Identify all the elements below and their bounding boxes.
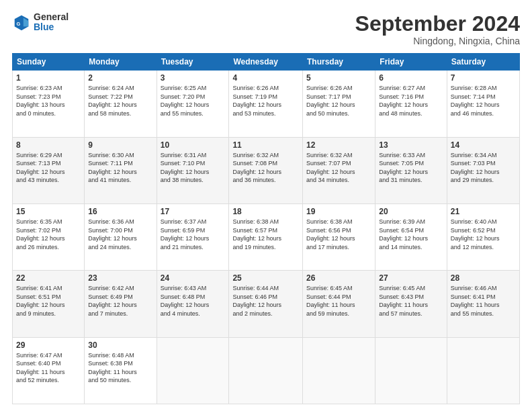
day-number: 21 (451, 207, 516, 216)
calendar-cell: 14Sunrise: 6:34 AM Sunset: 7:03 PM Dayli… (447, 137, 519, 203)
day-number: 13 (379, 140, 443, 150)
day-number: 8 (16, 140, 81, 150)
day-info: Sunrise: 6:40 AM Sunset: 6:52 PM Dayligh… (451, 218, 516, 251)
calendar-cell: 15Sunrise: 6:35 AM Sunset: 7:02 PM Dayli… (13, 203, 85, 270)
calendar-cell: 28Sunrise: 6:46 AM Sunset: 6:41 PM Dayli… (447, 271, 519, 337)
calendar-cell: 11Sunrise: 6:32 AM Sunset: 7:08 PM Dayli… (229, 137, 303, 203)
col-sunday: Sunday (13, 54, 85, 71)
location: Ningdong, Ningxia, China (355, 36, 520, 46)
col-wednesday: Wednesday (229, 54, 303, 71)
calendar-cell (229, 337, 303, 404)
day-info: Sunrise: 6:27 AM Sunset: 7:16 PM Dayligh… (379, 84, 443, 118)
week-row-1: 1Sunrise: 6:23 AM Sunset: 7:23 PM Daylig… (13, 71, 520, 137)
day-info: Sunrise: 6:31 AM Sunset: 7:10 PM Dayligh… (161, 151, 226, 185)
day-info: Sunrise: 6:28 AM Sunset: 7:14 PM Dayligh… (451, 84, 516, 118)
calendar-cell: 22Sunrise: 6:41 AM Sunset: 6:51 PM Dayli… (13, 271, 85, 337)
calendar-cell (375, 337, 447, 404)
calendar: Sunday Monday Tuesday Wednesday Thursday… (12, 53, 520, 404)
day-info: Sunrise: 6:35 AM Sunset: 7:02 PM Dayligh… (16, 218, 81, 251)
day-number: 10 (161, 140, 226, 150)
calendar-cell: 4Sunrise: 6:26 AM Sunset: 7:19 PM Daylig… (229, 71, 303, 137)
calendar-cell: 5Sunrise: 6:26 AM Sunset: 7:17 PM Daylig… (303, 71, 375, 137)
header-row: Sunday Monday Tuesday Wednesday Thursday… (13, 54, 520, 71)
day-info: Sunrise: 6:26 AM Sunset: 7:19 PM Dayligh… (232, 84, 299, 118)
day-info: Sunrise: 6:29 AM Sunset: 7:13 PM Dayligh… (16, 151, 81, 185)
calendar-cell: 18Sunrise: 6:38 AM Sunset: 6:57 PM Dayli… (229, 203, 303, 270)
week-row-2: 8Sunrise: 6:29 AM Sunset: 7:13 PM Daylig… (13, 137, 520, 203)
calendar-cell: 16Sunrise: 6:36 AM Sunset: 7:00 PM Dayli… (85, 203, 157, 270)
day-number: 6 (379, 73, 443, 83)
day-info: Sunrise: 6:34 AM Sunset: 7:03 PM Dayligh… (451, 151, 516, 185)
calendar-cell: 10Sunrise: 6:31 AM Sunset: 7:10 PM Dayli… (157, 137, 229, 203)
month-title: September 2024 (355, 12, 520, 36)
day-info: Sunrise: 6:43 AM Sunset: 6:48 PM Dayligh… (161, 284, 226, 318)
day-info: Sunrise: 6:47 AM Sunset: 6:40 PM Dayligh… (16, 351, 81, 385)
week-row-4: 22Sunrise: 6:41 AM Sunset: 6:51 PM Dayli… (13, 271, 520, 337)
calendar-cell: 19Sunrise: 6:38 AM Sunset: 6:56 PM Dayli… (303, 203, 375, 270)
calendar-cell: 26Sunrise: 6:45 AM Sunset: 6:44 PM Dayli… (303, 271, 375, 337)
day-info: Sunrise: 6:41 AM Sunset: 6:51 PM Dayligh… (16, 284, 81, 318)
week-row-3: 15Sunrise: 6:35 AM Sunset: 7:02 PM Dayli… (13, 203, 520, 270)
day-info: Sunrise: 6:32 AM Sunset: 7:07 PM Dayligh… (306, 151, 371, 185)
day-number: 14 (451, 140, 516, 150)
calendar-cell: 7Sunrise: 6:28 AM Sunset: 7:14 PM Daylig… (447, 71, 519, 137)
calendar-cell: 24Sunrise: 6:43 AM Sunset: 6:48 PM Dayli… (157, 271, 229, 337)
calendar-cell: 9Sunrise: 6:30 AM Sunset: 7:11 PM Daylig… (85, 137, 157, 203)
page-header: G General Blue September 2024 Ningdong, … (12, 12, 520, 46)
day-number: 20 (379, 207, 443, 216)
day-number: 30 (88, 340, 152, 350)
day-info: Sunrise: 6:45 AM Sunset: 6:43 PM Dayligh… (379, 284, 443, 318)
calendar-cell: 2Sunrise: 6:24 AM Sunset: 7:22 PM Daylig… (85, 71, 157, 137)
col-tuesday: Tuesday (157, 54, 229, 71)
calendar-cell: 12Sunrise: 6:32 AM Sunset: 7:07 PM Dayli… (303, 137, 375, 203)
calendar-cell: 20Sunrise: 6:39 AM Sunset: 6:54 PM Dayli… (375, 203, 447, 270)
day-number: 22 (16, 273, 81, 283)
day-number: 3 (161, 73, 226, 83)
day-number: 9 (88, 140, 152, 150)
day-number: 25 (232, 273, 299, 283)
day-info: Sunrise: 6:25 AM Sunset: 7:20 PM Dayligh… (161, 84, 226, 118)
day-info: Sunrise: 6:45 AM Sunset: 6:44 PM Dayligh… (306, 284, 371, 318)
week-row-5: 29Sunrise: 6:47 AM Sunset: 6:40 PM Dayli… (13, 337, 520, 404)
calendar-cell: 25Sunrise: 6:44 AM Sunset: 6:46 PM Dayli… (229, 271, 303, 337)
col-thursday: Thursday (303, 54, 375, 71)
day-number: 18 (232, 207, 299, 216)
calendar-cell (303, 337, 375, 404)
calendar-cell: 17Sunrise: 6:37 AM Sunset: 6:59 PM Dayli… (157, 203, 229, 270)
day-info: Sunrise: 6:39 AM Sunset: 6:54 PM Dayligh… (379, 218, 443, 251)
day-info: Sunrise: 6:32 AM Sunset: 7:08 PM Dayligh… (232, 151, 299, 185)
calendar-cell: 6Sunrise: 6:27 AM Sunset: 7:16 PM Daylig… (375, 71, 447, 137)
day-info: Sunrise: 6:42 AM Sunset: 6:49 PM Dayligh… (88, 284, 152, 318)
day-number: 27 (379, 273, 443, 283)
calendar-cell: 3Sunrise: 6:25 AM Sunset: 7:20 PM Daylig… (157, 71, 229, 137)
col-monday: Monday (85, 54, 157, 71)
calendar-cell: 21Sunrise: 6:40 AM Sunset: 6:52 PM Dayli… (447, 203, 519, 270)
day-number: 4 (232, 73, 299, 83)
day-number: 26 (306, 273, 371, 283)
day-number: 7 (451, 73, 516, 83)
day-info: Sunrise: 6:24 AM Sunset: 7:22 PM Dayligh… (88, 84, 152, 118)
col-saturday: Saturday (447, 54, 519, 71)
day-info: Sunrise: 6:44 AM Sunset: 6:46 PM Dayligh… (232, 284, 299, 318)
day-info: Sunrise: 6:38 AM Sunset: 6:56 PM Dayligh… (306, 218, 371, 251)
day-number: 15 (16, 207, 81, 216)
day-number: 2 (88, 73, 152, 83)
day-number: 11 (232, 140, 299, 150)
day-number: 17 (161, 207, 226, 216)
day-info: Sunrise: 6:37 AM Sunset: 6:59 PM Dayligh… (161, 218, 226, 251)
calendar-cell: 8Sunrise: 6:29 AM Sunset: 7:13 PM Daylig… (13, 137, 85, 203)
day-number: 23 (88, 273, 152, 283)
day-number: 12 (306, 140, 371, 150)
calendar-cell: 27Sunrise: 6:45 AM Sunset: 6:43 PM Dayli… (375, 271, 447, 337)
day-info: Sunrise: 6:38 AM Sunset: 6:57 PM Dayligh… (232, 218, 299, 251)
svg-text:G: G (17, 21, 21, 27)
logo-icon: G (12, 13, 31, 32)
day-info: Sunrise: 6:30 AM Sunset: 7:11 PM Dayligh… (88, 151, 152, 185)
day-info: Sunrise: 6:46 AM Sunset: 6:41 PM Dayligh… (451, 284, 516, 318)
calendar-cell: 23Sunrise: 6:42 AM Sunset: 6:49 PM Dayli… (85, 271, 157, 337)
calendar-cell: 1Sunrise: 6:23 AM Sunset: 7:23 PM Daylig… (13, 71, 85, 137)
day-number: 16 (88, 207, 152, 216)
calendar-cell: 29Sunrise: 6:47 AM Sunset: 6:40 PM Dayli… (13, 337, 85, 404)
logo-blue: Blue (34, 22, 69, 32)
calendar-cell (447, 337, 519, 404)
